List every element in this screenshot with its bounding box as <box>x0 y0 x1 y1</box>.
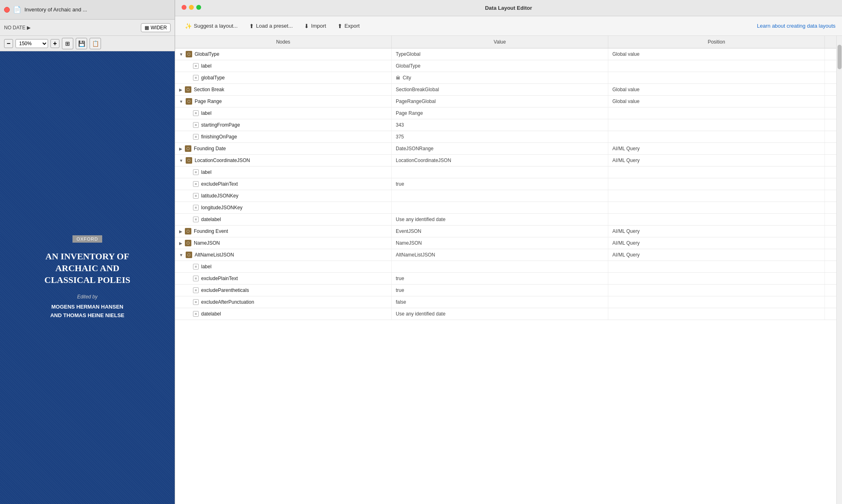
value-text: City <box>403 75 411 81</box>
scrollbar[interactable] <box>836 36 842 504</box>
node-cell: ▼⬡LocationCoordinateJSON <box>175 155 392 166</box>
node-label: GlobalType <box>195 51 219 57</box>
table-row: ≡label <box>175 167 836 178</box>
wider-button[interactable]: ▦ WIDER <box>141 23 171 32</box>
value-cell <box>392 202 608 213</box>
book-cover: OXFORD AN INVENTORY OFARCHAIC ANDCLASSIC… <box>0 51 175 504</box>
expand-arrow[interactable]: ▼ <box>179 158 183 163</box>
value-text: DateJSONRange <box>396 146 434 151</box>
node-label: Founding Date <box>194 146 226 151</box>
value-cell: Use any identified date <box>392 214 608 225</box>
node-cell: ▼⬡Page Range <box>175 96 392 107</box>
node-label: label <box>201 264 211 270</box>
traffic-light-red[interactable] <box>182 5 186 10</box>
edited-by-label: Edited by <box>44 294 130 300</box>
group-icon: ⬡ <box>186 98 192 105</box>
expand-arrow[interactable]: ▶ <box>179 229 182 234</box>
position-cell <box>608 308 825 320</box>
no-date-button[interactable]: NO DATE ▶ <box>4 25 31 31</box>
zoom-out-button[interactable]: − <box>4 39 13 48</box>
city-icon: 🏛 <box>396 75 400 80</box>
expand-arrow[interactable]: ▶ <box>179 88 182 92</box>
col-nodes: Nodes <box>175 36 392 48</box>
node-label: label <box>201 110 211 116</box>
action-cell <box>825 155 836 166</box>
value-text: TypeGlobal <box>396 51 421 57</box>
node-label: datelabel <box>201 311 221 317</box>
action-cell <box>825 143 836 154</box>
node-cell: ≡excludeAfterPunctuation <box>175 296 392 308</box>
position-text: AI/ML Query <box>612 228 640 234</box>
value-cell: 375 <box>392 131 608 142</box>
table-row: ▼⬡AltNameListJSONAltNameListJSONAI/ML Qu… <box>175 249 836 261</box>
node-cell: ≡startingFromPage <box>175 119 392 131</box>
document-title: Inventory of Archaic and ... <box>24 7 171 13</box>
expand-arrow[interactable]: ▼ <box>179 99 183 104</box>
position-cell: AI/ML Query <box>608 237 825 249</box>
expand-arrow[interactable]: ▶ <box>179 147 182 151</box>
value-text: true <box>396 181 404 187</box>
copy-button[interactable]: 📋 <box>90 38 101 49</box>
expand-arrow[interactable]: ▶ <box>179 241 182 245</box>
position-cell <box>608 107 825 119</box>
position-cell <box>608 214 825 225</box>
scrollbar-thumb[interactable] <box>838 45 842 69</box>
position-cell: Global value <box>608 84 825 95</box>
grid-button[interactable]: ⊞ <box>62 38 73 49</box>
position-cell <box>608 119 825 131</box>
node-cell: ≡excludePlainText <box>175 178 392 190</box>
help-link[interactable]: Learn about creating data layouts <box>757 23 835 29</box>
node-cell: ≡excludePlainText <box>175 273 392 284</box>
action-cell <box>825 167 836 178</box>
table-row: ▶⬡Founding DateDateJSONRangeAI/ML Query <box>175 143 836 155</box>
zoom-in-button[interactable]: + <box>50 39 59 48</box>
value-cell: EventJSON <box>392 226 608 237</box>
value-cell <box>392 261 608 272</box>
value-text: true <box>396 287 404 293</box>
position-text: Global value <box>612 99 640 104</box>
node-cell: ≡label <box>175 261 392 272</box>
save-button[interactable]: 💾 <box>76 38 87 49</box>
position-cell <box>608 167 825 178</box>
expand-arrow[interactable]: ▼ <box>179 253 183 257</box>
suggest-layout-button[interactable]: ✨ Suggest a layout... <box>182 21 241 31</box>
value-text: NameJSON <box>396 240 422 246</box>
position-text: AI/ML Query <box>612 158 640 163</box>
expand-arrow[interactable]: ▼ <box>179 52 183 57</box>
traffic-light-green[interactable] <box>196 5 201 10</box>
table-area: Nodes Value Position ▼⬡GlobalTypeTypeGlo… <box>175 36 842 504</box>
load-preset-button[interactable]: ⬆ Load a preset... <box>246 21 296 31</box>
field-icon: ≡ <box>193 134 199 140</box>
position-cell <box>608 261 825 272</box>
node-cell: ▶⬡NameJSON <box>175 237 392 249</box>
value-text: true <box>396 276 404 281</box>
zoom-select[interactable]: 150% 100% 75% <box>15 39 48 48</box>
node-cell: ▼⬡GlobalType <box>175 48 392 60</box>
position-cell <box>608 202 825 213</box>
node-label: longitudeJSONKey <box>201 205 242 210</box>
node-label: startingFromPage <box>201 122 240 128</box>
position-cell <box>608 273 825 284</box>
position-text: Global value <box>612 87 640 92</box>
close-button[interactable] <box>4 7 10 13</box>
node-cell: ≡finishingOnPage <box>175 131 392 142</box>
action-cell <box>825 131 836 142</box>
table-row: ≡datelabelUse any identified date <box>175 214 836 226</box>
node-cell: ▼⬡AltNameListJSON <box>175 249 392 261</box>
position-cell <box>608 285 825 296</box>
value-cell: true <box>392 285 608 296</box>
value-cell: Use any identified date <box>392 308 608 320</box>
traffic-light-yellow[interactable] <box>189 5 194 10</box>
node-label: excludeParentheticals <box>201 287 249 293</box>
node-label: excludePlainText <box>201 181 238 187</box>
import-button[interactable]: ⬇ Import <box>301 21 329 31</box>
node-label: label <box>201 63 211 69</box>
col-value: Value <box>392 36 608 48</box>
play-icon: ▶ <box>27 25 31 31</box>
export-button[interactable]: ⬆ Export <box>334 21 363 31</box>
wand-icon: ✨ <box>185 23 192 29</box>
publisher-badge: OXFORD <box>72 235 102 243</box>
position-cell <box>608 190 825 202</box>
field-icon: ≡ <box>193 193 199 199</box>
field-icon: ≡ <box>193 217 199 222</box>
